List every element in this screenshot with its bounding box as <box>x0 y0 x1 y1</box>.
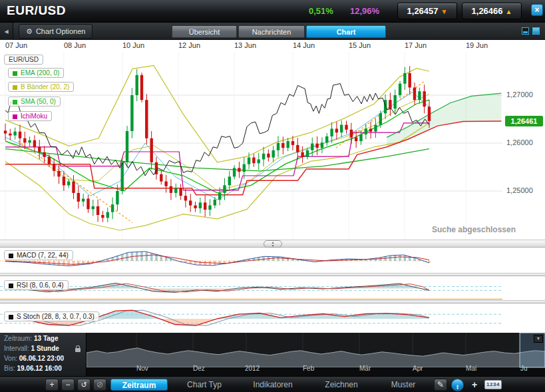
info-row-von: Von: 06.06.12 23:00 <box>4 355 82 365</box>
navigator-month-label: Apr <box>413 365 423 372</box>
stochastic-label[interactable]: S Stoch (28, 8, 3, 0.7, 0.3) <box>4 311 99 321</box>
chart-options-label: Chart Optionen <box>36 27 86 35</box>
date-axis-label: 12 Jun <box>178 41 200 49</box>
navigator-month-label: Feb <box>303 365 314 372</box>
draw-pencil-button[interactable]: ✎ <box>434 379 447 391</box>
maximize-icon[interactable] <box>532 27 540 35</box>
info-value: 06.06.12 23:00 <box>19 355 64 362</box>
indicator-swatch <box>9 315 13 319</box>
info-label: Intervall: <box>4 345 29 352</box>
date-axis-label: 07 Jun <box>5 41 27 49</box>
date-axis-label: 17 Jun <box>405 41 427 49</box>
navigator-month-label: Nov <box>136 365 148 372</box>
chart-options-button[interactable]: ⚙Chart Optionen <box>19 24 92 39</box>
menu-zeitraum-button[interactable]: Zeitraum <box>110 379 168 391</box>
stochastic-label-text: S Stoch (28, 8, 3, 0.7, 0.3) <box>17 313 94 320</box>
search-status-text: Suche abgeschlossen <box>432 225 516 234</box>
menu-chart-typ-button[interactable]: Chart Typ <box>174 379 234 391</box>
sell-price-button[interactable]: 1,26457▼ <box>397 3 457 19</box>
macd-label-text: MACD (7, 22, 44) <box>17 252 69 259</box>
menu-zeichnen-button[interactable]: Zeichnen <box>311 379 371 391</box>
scroll-toggle-button[interactable]: ▲▼ <box>451 379 464 391</box>
navigator-month-label: Mai <box>466 365 476 372</box>
legend-item-ema[interactable]: EMA (200, 0) <box>8 68 64 78</box>
date-axis-label: 08 Jun <box>64 41 86 49</box>
buy-price-button[interactable]: 1,26466▲ <box>462 3 522 19</box>
round-down-icon: ▼ <box>452 387 463 389</box>
rsi-label-text: RSI (8, 0.6, 0.4) <box>17 282 64 289</box>
navigator-collapse-button[interactable]: ▼ <box>534 335 543 343</box>
panel-splitter[interactable]: ▲▼ <box>0 240 545 248</box>
date-axis-label: 19 Jun <box>466 41 488 49</box>
tab-nachrichten[interactable]: Nachrichten <box>238 25 305 38</box>
rsi-label[interactable]: RSI (8, 0.6, 0.4) <box>4 280 69 290</box>
main-chart-area: 07 Jun 08 Jun 10 Jun 12 Jun 13 Jun 14 Ju… <box>0 40 545 240</box>
splitter-handle[interactable]: ▲▼ <box>264 240 282 248</box>
legend-label: B Bänder (20, 2) <box>21 83 69 91</box>
legend-color-swatch <box>13 114 17 119</box>
legend-item-bbands[interactable]: B Bänder (20, 2) <box>8 82 74 92</box>
price-down-arrow-icon: ▼ <box>441 8 448 15</box>
info-label: Bis: <box>4 365 15 372</box>
tab-uebersicht[interactable]: Übersicht <box>172 25 237 38</box>
info-value: 1 Stunde <box>31 345 59 352</box>
stochastic-panel: S Stoch (28, 8, 3, 0.7, 0.3) <box>0 303 545 333</box>
info-row-zeitraum: Zeitraum: 13 Tage <box>4 335 82 345</box>
macd-chart-canvas <box>0 248 504 273</box>
price-axis-label: 1,25000 <box>506 186 542 194</box>
info-row-intervall: Intervall: 1 Stunde <box>4 345 82 355</box>
info-label: Von: <box>4 355 17 362</box>
reset-zoom-button[interactable]: ↺ <box>77 379 91 391</box>
calculator-button[interactable]: 1234 <box>484 380 502 389</box>
collapse-left-icon: ◀ <box>4 29 8 35</box>
legend-item-ichimoku[interactable]: IchiMoku <box>8 111 52 121</box>
info-value: 13 Tage <box>34 335 59 342</box>
chart-toolbar: ◀ ⚙Chart Optionen Übersicht Nachrichten … <box>0 23 545 40</box>
tab-chart[interactable]: Chart <box>306 25 386 38</box>
price-axis-label: 1,27000 <box>506 91 542 98</box>
legend-label: IchiMoku <box>21 112 47 120</box>
daily-change-percent: 0,51% <box>309 6 333 16</box>
window-title-bar: EUR/USD 0,51% 12,96% 1,26457▼ 1,26466▲ × <box>0 0 545 23</box>
navigator-month-label: Mär <box>359 365 371 372</box>
disabled-mode-button[interactable]: ⊘ <box>93 379 106 391</box>
zoom-in-button[interactable]: + <box>45 379 59 391</box>
sell-price-value: 1,26457 <box>407 6 439 16</box>
macd-label[interactable]: MACD (7, 22, 44) <box>4 250 73 260</box>
crosshair-icon: + <box>472 379 477 390</box>
menu-indikatoren-button[interactable]: Indikatoren <box>240 379 306 391</box>
date-axis-label: 10 Jun <box>122 41 144 49</box>
rsi-panel: RSI (8, 0.6, 0.4) <box>0 276 545 300</box>
indicator-swatch <box>9 284 13 288</box>
date-axis-label: 14 Jun <box>293 41 315 49</box>
close-button[interactable]: × <box>531 4 543 16</box>
menu-muster-button[interactable]: Muster <box>377 379 430 391</box>
navigator-month-label: Dez <box>193 365 205 372</box>
buy-price-value: 1,26466 <box>472 6 503 16</box>
legend-item-symbol[interactable]: EUR/USD <box>4 55 43 65</box>
navigator-month-label: Ju <box>520 365 528 372</box>
legend-color-swatch <box>13 100 17 104</box>
minimize-icon[interactable] <box>522 27 529 35</box>
legend-label: EMA (200, 0) <box>21 69 59 77</box>
period-change-percent: 12,96% <box>350 6 379 16</box>
zoom-out-button[interactable]: − <box>61 379 75 391</box>
date-axis-label: 13 Jun <box>234 41 256 49</box>
lock-icon[interactable] <box>75 348 81 352</box>
pencil-icon: ✎ <box>437 380 444 389</box>
navigator-month-label: 2012 <box>245 365 260 372</box>
macd-panel: MACD (7, 22, 44) <box>0 248 545 273</box>
info-value: 19.06.12 16:00 <box>17 365 61 372</box>
info-row-bis: Bis: 19.06.12 16:00 <box>4 365 82 375</box>
rsi-chart-canvas <box>0 276 504 300</box>
legend-label: SMA (50, 0) <box>21 98 56 105</box>
legend-item-sma[interactable]: SMA (50, 0) <box>8 97 61 106</box>
legend-color-swatch <box>13 85 17 90</box>
navigator-region: Zeitraum: 13 Tage Intervall: 1 Stunde Vo… <box>0 333 545 376</box>
crosshair-button[interactable]: + <box>468 379 481 391</box>
collapse-panel-button[interactable]: ◀ <box>0 23 13 40</box>
candlestick-chart-canvas[interactable] <box>0 52 504 240</box>
gear-icon: ⚙ <box>26 27 33 35</box>
legend-label: EUR/USD <box>9 56 39 63</box>
price-up-arrow-icon: ▲ <box>506 8 512 15</box>
